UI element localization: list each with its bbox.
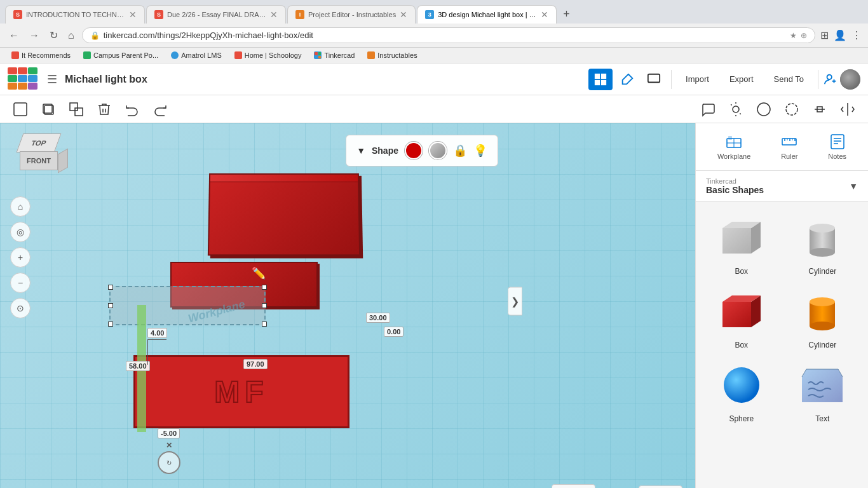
shape-item-sphere-blue[interactable]: Sphere bbox=[706, 360, 777, 423]
home-view-button[interactable]: ⌂ bbox=[10, 196, 31, 217]
tab-2[interactable]: S Due 2/26 - Essay FINAL DRAFT... ✕ bbox=[146, 5, 286, 24]
export-button[interactable]: Export bbox=[721, 71, 763, 88]
shape-color-red-button[interactable] bbox=[405, 142, 423, 159]
svg-rect-9 bbox=[70, 103, 78, 111]
bookmark-amatrol[interactable]: Amatrol LMS bbox=[166, 50, 227, 60]
back-button[interactable]: ← bbox=[6, 29, 22, 43]
tab-3-close[interactable]: ✕ bbox=[400, 10, 407, 20]
duplicate-icon bbox=[69, 102, 84, 117]
copy-button[interactable] bbox=[36, 98, 61, 121]
tab-1[interactable]: S INTRODUCTION TO TECHNOLO... ✕ bbox=[5, 5, 145, 24]
browser-chrome: S INTRODUCTION TO TECHNOLO... ✕ S Due 2/… bbox=[0, 0, 868, 64]
add-user-icon bbox=[824, 72, 837, 86]
handle-br[interactable] bbox=[262, 322, 267, 327]
collapse-panel-button[interactable]: ❯ bbox=[508, 287, 522, 316]
rotation-handle[interactable]: ↻ bbox=[158, 451, 180, 474]
undo-button[interactable] bbox=[119, 98, 145, 121]
forward-button[interactable]: → bbox=[27, 29, 42, 43]
build-mode-button[interactable] bbox=[615, 69, 639, 90]
refresh-button[interactable]: ↻ bbox=[47, 28, 60, 43]
grid-view-button[interactable] bbox=[588, 69, 613, 90]
tab-3[interactable]: I Project Editor - Instructables ✕ bbox=[287, 5, 416, 24]
tab-2-close[interactable]: ✕ bbox=[270, 10, 278, 20]
shape-item-text[interactable]: Text bbox=[787, 360, 858, 423]
shape-name-cyl-orange: Cylinder bbox=[808, 341, 836, 349]
profile-icon[interactable]: 👤 bbox=[834, 29, 846, 41]
sendto-button[interactable]: Send To bbox=[765, 71, 813, 88]
tab-2-title: Due 2/26 - Essay FINAL DRAFT... bbox=[167, 11, 266, 18]
mf-text: MF bbox=[214, 374, 268, 409]
zoom-out-button[interactable]: − bbox=[10, 273, 31, 293]
handle-mr[interactable] bbox=[262, 303, 267, 308]
shape-dropdown-arrow[interactable]: ▼ bbox=[356, 146, 365, 156]
tab-4-close[interactable]: ✕ bbox=[541, 10, 548, 20]
notes-icon bbox=[829, 133, 846, 150]
viewport[interactable]: TOP FRONT ⌂ ◎ + − ⊙ ▼ Shape 🔒 bbox=[0, 123, 695, 488]
view-cube-front[interactable]: FRONT bbox=[20, 151, 58, 170]
notes-tool-label: Notes bbox=[828, 152, 846, 160]
shape-tool-button[interactable] bbox=[751, 98, 776, 121]
handle-bl[interactable] bbox=[108, 322, 113, 327]
add-user-button[interactable] bbox=[824, 72, 837, 86]
bookmark-schoology[interactable]: Home | Schoology bbox=[229, 50, 307, 60]
ruler-tool[interactable]: Ruler bbox=[775, 130, 804, 164]
bookmark-campus[interactable]: Campus Parent Po... bbox=[78, 50, 163, 60]
group-icon bbox=[784, 102, 799, 117]
handle-ml[interactable] bbox=[108, 303, 113, 308]
light-icon bbox=[728, 102, 743, 117]
shape-item-cyl-orange[interactable]: Cylinder bbox=[787, 286, 858, 349]
bookmark-it-recommends[interactable]: It Recommends bbox=[6, 50, 76, 60]
url-bar[interactable]: 🔒 tinkercad.com/things/2HkeppQjyXh-micha… bbox=[82, 27, 815, 43]
view-cube-top[interactable]: TOP bbox=[17, 133, 62, 152]
group-button[interactable] bbox=[779, 98, 804, 121]
shape-light-icon[interactable]: 💡 bbox=[473, 144, 487, 158]
user-area[interactable] bbox=[824, 69, 860, 90]
light-button[interactable] bbox=[723, 98, 749, 121]
delete-button[interactable] bbox=[92, 98, 117, 121]
bookmark-tinkercad[interactable]: Tinkercad bbox=[309, 50, 360, 60]
workplane-tool[interactable]: Workplane bbox=[711, 130, 757, 164]
bookmark-5-label: Tinkercad bbox=[324, 51, 355, 59]
tab-4[interactable]: 3 3D design Michael light box | Tin... ✕ bbox=[417, 5, 557, 24]
shape-item-cyl-grey[interactable]: Cylinder bbox=[787, 212, 858, 276]
snap-grid-dropdown[interactable]: 1.0 mm ▼ bbox=[639, 485, 682, 488]
menu-icon[interactable]: ⋮ bbox=[851, 29, 862, 41]
fit-button[interactable]: ⊙ bbox=[10, 298, 31, 318]
cyl-orange-svg bbox=[797, 289, 848, 334]
new-shape-button[interactable] bbox=[8, 98, 33, 121]
shape-name-box-grey: Box bbox=[735, 267, 748, 276]
tab-1-close[interactable]: ✕ bbox=[129, 10, 137, 20]
view-cube[interactable]: TOP FRONT bbox=[10, 133, 67, 191]
align-button[interactable] bbox=[807, 98, 832, 121]
home-button[interactable]: ⌂ bbox=[65, 29, 77, 43]
flip-button[interactable] bbox=[835, 98, 860, 121]
pen-indicator: ✏️ bbox=[252, 266, 266, 280]
edit-grid-button[interactable]: Edit Grid bbox=[552, 484, 595, 488]
duplicate-button[interactable] bbox=[64, 98, 89, 121]
new-tab-button[interactable]: + bbox=[558, 5, 575, 24]
select-button[interactable]: ◎ bbox=[10, 222, 31, 242]
import-button[interactable]: Import bbox=[677, 71, 718, 88]
category-dropdown[interactable]: Tinkercad Basic Shapes ▼ bbox=[696, 171, 868, 202]
tinkercad-logo[interactable] bbox=[8, 67, 39, 92]
project-title: Michael light box bbox=[65, 74, 583, 85]
workplane-tool-label: Workplane bbox=[717, 152, 750, 160]
tab-3-title: Project Editor - Instructables bbox=[308, 11, 396, 18]
shape-item-box-grey[interactable]: Box bbox=[706, 212, 777, 276]
view-cube-side[interactable] bbox=[58, 148, 68, 173]
hamburger-menu[interactable]: ☰ bbox=[44, 70, 60, 89]
shape-color-grey-button[interactable] bbox=[429, 142, 447, 159]
user-avatar[interactable] bbox=[840, 69, 860, 90]
notes-tool[interactable]: Notes bbox=[822, 130, 853, 164]
handle-tr[interactable] bbox=[262, 285, 267, 290]
extensions-icon[interactable]: ⊞ bbox=[820, 29, 829, 41]
handle-tl[interactable] bbox=[108, 285, 113, 290]
simulation-button[interactable] bbox=[642, 69, 666, 90]
shape-lock-icon[interactable]: 🔒 bbox=[453, 144, 467, 158]
zoom-in-button[interactable]: + bbox=[10, 247, 31, 268]
shape-item-box-red[interactable]: Box bbox=[706, 286, 777, 349]
redo-button[interactable] bbox=[147, 98, 173, 121]
speech-bubble-button[interactable] bbox=[695, 98, 721, 121]
bookmark-instructables[interactable]: Instructables bbox=[362, 50, 422, 60]
box-red-svg bbox=[716, 289, 767, 334]
